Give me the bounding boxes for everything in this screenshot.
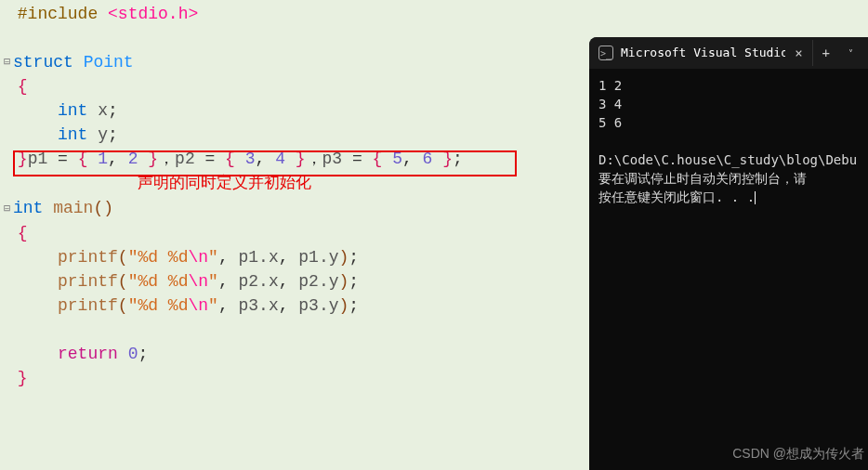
fold-icon[interactable]: ⊟: [4, 197, 13, 221]
include-keyword: #include: [18, 5, 98, 23]
debug-console: >_ Microsoft Visual Studio 调试 × + ˅ 1 2 …: [589, 37, 868, 470]
console-title-text: Microsoft Visual Studio 调试: [621, 45, 785, 61]
close-tab-button[interactable]: ×: [785, 40, 811, 66]
watermark-text: CSDN @想成为传火者: [732, 446, 864, 463]
code-line: #include <stdio.h>: [7, 2, 861, 26]
header-name: stdio.h: [118, 5, 189, 23]
output-line: 5 6: [598, 115, 622, 130]
new-tab-button[interactable]: +: [812, 40, 839, 66]
output-line: 3 4: [598, 97, 622, 111]
dropdown-icon[interactable]: ˅: [839, 43, 862, 64]
console-output[interactable]: 1 2 3 4 5 6 D:\Code\C.house\C_study\blog…: [589, 69, 868, 214]
struct-keyword: struct: [13, 53, 73, 72]
output-path: D:\Code\C.house\C_study\blog\Debu: [598, 152, 857, 167]
type-identifier: Point: [84, 53, 134, 72]
fold-icon[interactable]: ⊟: [4, 50, 13, 74]
annotation-text: 声明的同时定义并初始化: [138, 175, 311, 192]
output-line: 1 2: [598, 78, 622, 93]
output-message: 按任意键关闭此窗口. . .: [598, 189, 755, 204]
output-message: 要在调试停止时自动关闭控制台，请: [598, 171, 807, 186]
text-cursor: [755, 191, 756, 204]
terminal-icon: >_: [598, 46, 613, 60]
function-name: main: [53, 199, 93, 217]
console-titlebar[interactable]: >_ Microsoft Visual Studio 调试 × + ˅: [589, 37, 868, 69]
